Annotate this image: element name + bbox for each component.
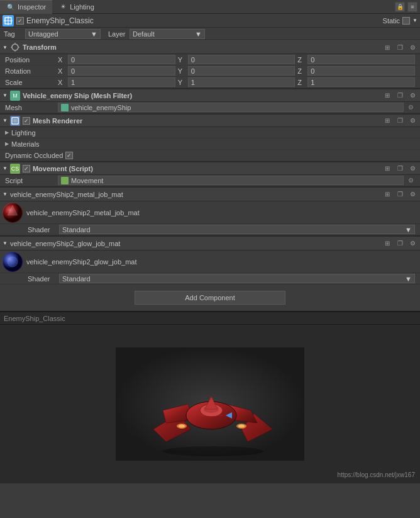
scale-label: Scale xyxy=(5,79,55,86)
add-component-area: Add Component xyxy=(0,284,420,311)
mesh-filter-icon: M xyxy=(10,91,20,101)
lighting-foldout[interactable]: ▶ Lighting xyxy=(0,127,420,138)
script-settings-btn[interactable]: ⚙ xyxy=(406,176,415,185)
material-2-shader-dropdown[interactable]: Standard ▼ xyxy=(59,274,415,283)
material-1-collapse-icon: ▼ xyxy=(3,191,8,197)
mesh-renderer-settings-btn[interactable]: ⚙ xyxy=(407,116,417,126)
mesh-renderer-enabled-checkbox[interactable] xyxy=(23,117,30,125)
material-1-header[interactable]: ▼ vehicle_enemyShip2_metal_job_mat ⊞ ❐ ⚙ xyxy=(0,188,420,201)
mesh-renderer-actions: ⊞ ❐ ⚙ xyxy=(382,116,417,126)
transform-collapse-icon: ▼ xyxy=(3,45,8,50)
material-1-settings-btn[interactable]: ⚙ xyxy=(407,189,417,200)
layer-value: Default xyxy=(133,30,155,38)
mesh-filter-actions: ⊞ ❐ ⚙ xyxy=(382,91,417,101)
movement-script-enabled-checkbox[interactable] xyxy=(23,165,30,172)
static-checkbox[interactable] xyxy=(402,17,410,25)
tag-label: Tag xyxy=(4,30,23,38)
material-2-name-field: vehicle_enemyShip2_glow_job_mat xyxy=(26,258,417,266)
mesh-value-icon xyxy=(61,104,69,111)
transform-header[interactable]: ▼ Transform ⊞ ❐ ⚙ xyxy=(0,40,420,54)
material-1-shader-arrow: ▼ xyxy=(405,226,412,234)
material-1-link-btn[interactable]: ❐ xyxy=(395,189,405,200)
mesh-value-field[interactable]: vehicle_enemyShip xyxy=(58,103,404,112)
material-2-row: vehicle_enemyShip2_glow_job_mat xyxy=(0,251,420,273)
materials-foldout[interactable]: ▶ Materials xyxy=(0,138,420,150)
material-1-name: vehicle_enemyShip2_metal_job_mat xyxy=(10,191,380,198)
transform-copy-btn[interactable]: ⊞ xyxy=(382,42,392,52)
mesh-renderer-icon xyxy=(10,116,20,126)
mesh-renderer-link-btn[interactable]: ❐ xyxy=(395,116,405,126)
materials-label: Materials xyxy=(11,140,40,148)
svg-rect-9 xyxy=(13,119,17,123)
scale-x-label: X xyxy=(58,79,65,86)
layer-dropdown[interactable]: Default ▼ xyxy=(130,29,205,39)
object-name: EnemyShip_Classic xyxy=(26,16,380,25)
material-1-name-field: vehicle_enemyShip2_metal_job_mat xyxy=(26,209,417,217)
material-2-shader-value: Standard xyxy=(62,275,91,283)
material-2-link-btn[interactable]: ❐ xyxy=(395,239,405,249)
ship-svg xyxy=(116,347,304,461)
tab-lock-btn[interactable]: 🔒 xyxy=(395,2,405,12)
mesh-renderer-title: Mesh Renderer xyxy=(33,117,380,125)
add-component-button[interactable]: Add Component xyxy=(135,291,285,305)
scale-x-input[interactable]: 1 xyxy=(68,77,175,87)
tab-lighting[interactable]: ☀ Lighting xyxy=(52,0,101,14)
material-2-section: ▼ vehicle_enemyShip2_glow_job_mat ⊞ ❐ ⚙ … xyxy=(0,235,420,284)
script-value: Movement xyxy=(71,177,103,184)
movement-script-header[interactable]: ▼ CS Movement (Script) ⊞ ❐ ⚙ xyxy=(0,161,420,175)
pos-y-input[interactable]: 0 xyxy=(188,55,296,64)
transform-settings-btn[interactable]: ⚙ xyxy=(407,42,417,52)
static-dropdown-arrow[interactable]: ▼ xyxy=(412,18,417,23)
mesh-renderer-header[interactable]: ▼ Mesh Renderer ⊞ ❐ ⚙ xyxy=(0,113,420,127)
tab-inspector[interactable]: 🔍 Inspector xyxy=(0,0,52,14)
material-1-copy-btn[interactable]: ⊞ xyxy=(382,189,392,200)
lighting-label: Lighting xyxy=(11,129,36,137)
mesh-row: Mesh vehicle_enemyShip ⚙ xyxy=(0,102,420,113)
tab-menu-btn[interactable]: ≡ xyxy=(407,2,417,12)
tag-layer-row: Tag Untagged ▼ Layer Default ▼ xyxy=(0,28,420,40)
dynamic-occluded-checkbox[interactable] xyxy=(65,152,73,159)
material-2-settings-btn[interactable]: ⚙ xyxy=(407,239,417,249)
transform-link-btn[interactable]: ❐ xyxy=(395,42,405,52)
tag-dropdown[interactable]: Untagged ▼ xyxy=(25,29,101,39)
material-2-name: vehicle_enemyShip2_glow_job_mat xyxy=(10,240,380,247)
script-row: Script Movement ⚙ xyxy=(0,175,420,186)
material-2-shader-arrow: ▼ xyxy=(405,275,412,283)
material-2-header[interactable]: ▼ vehicle_enemyShip2_glow_job_mat ⊞ ❐ ⚙ xyxy=(0,237,420,251)
rot-z-input[interactable]: 0 xyxy=(307,66,415,76)
svg-point-13 xyxy=(8,257,18,267)
mesh-settings-btn[interactable]: ⚙ xyxy=(406,103,415,112)
rot-y-label: Y xyxy=(178,67,185,75)
mesh-filter-link-btn[interactable]: ❐ xyxy=(395,91,405,101)
preview-canvas: https://blog.csdn.net/jxw167 xyxy=(0,325,420,483)
material-2-copy-btn[interactable]: ⊞ xyxy=(382,239,392,249)
mesh-renderer-copy-btn[interactable]: ⊞ xyxy=(382,116,392,126)
rot-x-input[interactable]: 0 xyxy=(68,66,175,76)
mesh-filter-settings-btn[interactable]: ⚙ xyxy=(407,91,417,101)
scale-coords: X 1 Y 1 Z 1 xyxy=(58,77,415,87)
material-1-shader-value: Standard xyxy=(62,226,91,234)
mesh-label: Mesh xyxy=(5,104,55,111)
scale-y-input[interactable]: 1 xyxy=(188,77,296,87)
preview-title: EnemyShip_Classic xyxy=(4,315,65,322)
movement-script-copy-btn[interactable]: ⊞ xyxy=(382,164,392,174)
inspector-icon: 🔍 xyxy=(6,3,15,11)
scale-z-label: Z xyxy=(297,79,305,86)
pos-y-label: Y xyxy=(178,56,185,64)
object-header: EnemyShip_Classic Static ▼ xyxy=(0,14,420,28)
material-1-shader-dropdown[interactable]: Standard ▼ xyxy=(59,225,415,234)
pos-x-input[interactable]: 0 xyxy=(68,55,175,64)
rot-y-input[interactable]: 0 xyxy=(188,66,296,76)
movement-script-settings-btn[interactable]: ⚙ xyxy=(407,164,417,174)
movement-script-link-btn[interactable]: ❐ xyxy=(395,164,405,174)
lighting-icon: ☀ xyxy=(58,3,67,11)
material-1-section: ▼ vehicle_enemyShip2_metal_job_mat ⊞ ❐ ⚙… xyxy=(0,186,420,235)
mesh-filter-copy-btn[interactable]: ⊞ xyxy=(382,91,392,101)
pos-z-input[interactable]: 0 xyxy=(307,55,415,64)
scale-z-input[interactable]: 1 xyxy=(307,77,415,87)
script-value-field[interactable]: Movement xyxy=(58,176,404,185)
script-value-icon xyxy=(61,177,69,184)
pos-x-label: X xyxy=(58,56,65,64)
object-enabled-checkbox[interactable] xyxy=(16,17,24,25)
mesh-filter-header[interactable]: ▼ M Vehicle_enemy Ship (Mesh Filter) ⊞ ❐… xyxy=(0,88,420,102)
